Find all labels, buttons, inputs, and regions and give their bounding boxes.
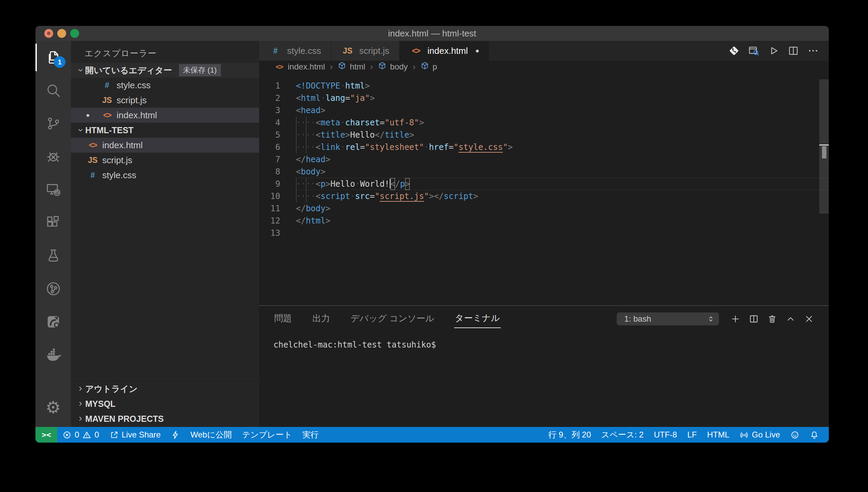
code-line-12[interactable]: 12</html> — [259, 215, 829, 227]
panel-tab-出力[interactable]: 出力 — [312, 310, 331, 328]
activity-item-explorer[interactable]: 1 — [35, 41, 71, 74]
code-line-11[interactable]: 11</body> — [259, 202, 829, 215]
code-line-5[interactable]: 5····<title>Hello</title> — [259, 129, 829, 141]
search-icon — [45, 82, 61, 98]
line-number: 4 — [259, 117, 280, 129]
breadcrumb-item-html[interactable]: html — [338, 61, 365, 72]
new-terminal-button[interactable] — [728, 311, 743, 326]
code-line-3[interactable]: 3<head> — [259, 104, 829, 117]
status-problems[interactable]: 00 — [57, 427, 104, 443]
run-button[interactable] — [766, 43, 781, 58]
file-item-index.html[interactable]: <>index.html — [71, 138, 259, 153]
kill-terminal-button[interactable] — [765, 311, 780, 326]
git-logo-button[interactable] — [727, 43, 742, 58]
tab-style.css[interactable]: #style.css — [259, 41, 331, 61]
code-line-1[interactable]: 1<!DOCTYPE·html> — [259, 80, 829, 92]
status-eol[interactable]: LF — [682, 427, 702, 443]
status-bolt[interactable] — [166, 427, 185, 443]
code-line-10[interactable]: 10····<script·src="script.js"></script> — [259, 190, 829, 202]
code-token: < — [316, 190, 320, 202]
editor-scrollbar[interactable] — [819, 79, 829, 214]
code-line-6[interactable]: 6····<link·rel="stylesheet"·href="style.… — [259, 141, 829, 153]
activity-item-extensions[interactable] — [35, 206, 71, 239]
section-アウトライン[interactable]: アウトライン — [71, 381, 259, 396]
code-token: · — [340, 141, 345, 153]
status-web-publish[interactable]: Webに公開 — [185, 427, 237, 443]
editor-group: #style.cssJSscript.js<>index.html● <>ind… — [259, 41, 829, 427]
remote-indicator[interactable]: >< — [35, 427, 57, 443]
section-MAVEN PROJECTS[interactable]: MAVEN PROJECTS — [71, 411, 259, 426]
panel-tab-問題[interactable]: 問題 — [273, 310, 293, 328]
tab-script.js[interactable]: JSscript.js — [331, 41, 400, 61]
code-line-9[interactable]: 9····<p>Hello·World!</p> — [259, 178, 829, 190]
activity-item-debug[interactable] — [35, 140, 71, 173]
open-preview-button[interactable] — [746, 43, 761, 58]
code-token: < — [316, 117, 320, 129]
status-encoding[interactable]: UTF-8 — [649, 427, 682, 443]
new-terminal-icon — [730, 314, 740, 324]
activity-item-git-graph[interactable] — [35, 272, 71, 305]
close-panel-button[interactable] — [802, 311, 817, 326]
tab-index.html[interactable]: <>index.html● — [400, 41, 490, 61]
activity-item-source-control[interactable] — [35, 107, 71, 140]
title-bar[interactable]: index.html — html-test — [35, 26, 829, 41]
more-actions-button[interactable] — [806, 43, 821, 58]
file-item-script.js[interactable]: JSscript.js — [71, 153, 259, 168]
code-token: < — [296, 104, 301, 117]
code-token: = — [345, 92, 350, 104]
tab-label: style.css — [287, 46, 321, 56]
code-token: lang — [326, 92, 345, 104]
activity-item-test[interactable] — [35, 239, 71, 272]
code-token: · — [340, 117, 345, 129]
status-indentation[interactable]: スペース: 2 — [596, 427, 649, 443]
status-template[interactable]: テンプレート — [237, 427, 297, 443]
code-token: link — [320, 141, 340, 153]
file-item-index.html[interactable]: ●<>index.html — [71, 108, 259, 123]
cube-icon — [338, 61, 346, 70]
folder-header[interactable]: HTML-TEST — [71, 123, 259, 138]
activity-item-live-share[interactable] — [35, 305, 71, 338]
activity-item-docker[interactable] — [35, 338, 71, 371]
status-language-mode[interactable]: HTML — [702, 427, 734, 443]
panel-tab-ターミナル[interactable]: ターミナル — [454, 310, 500, 328]
status-feedback[interactable] — [785, 427, 805, 443]
remote-icon: >< — [42, 430, 51, 439]
activity-item-settings[interactable]: ⚙ — [35, 393, 71, 422]
code-token: rel — [345, 141, 360, 153]
code-line-13[interactable]: 13 — [259, 227, 829, 239]
breadcrumb-item-body[interactable]: body — [378, 61, 408, 72]
status-go-live[interactable]: Go Live — [734, 427, 785, 443]
status-cursor-position[interactable]: 行 9、列 20 — [543, 427, 596, 443]
code-line-7[interactable]: 7</head> — [259, 153, 829, 166]
breadcrumb-item-index.html[interactable]: <>index.html — [274, 62, 325, 72]
panel-tab-デバッグ コンソール[interactable]: デバッグ コンソール — [350, 310, 435, 328]
status-left: >< 00Live ShareWebに公開テンプレート実行 — [35, 427, 324, 443]
line-content: <!DOCTYPE·html> — [296, 80, 829, 92]
status-live-share[interactable]: Live Share — [104, 427, 166, 443]
breadcrumb-label: html — [350, 62, 365, 72]
status-run[interactable]: 実行 — [297, 427, 324, 443]
activity-item-search[interactable] — [35, 74, 71, 107]
split-terminal-button[interactable] — [746, 311, 761, 326]
file-item-style.css[interactable]: #style.css — [71, 78, 259, 93]
status-notifications[interactable] — [805, 427, 824, 443]
code-line-8[interactable]: 8<body> — [259, 166, 829, 178]
dirty-dot-icon[interactable]: ● — [475, 47, 479, 55]
activity-item-remote-explorer[interactable] — [35, 173, 71, 206]
terminal-content[interactable]: chelchel-mac:html-test tatsuhiko$ — [259, 332, 829, 350]
maximize-panel-button[interactable] — [783, 311, 798, 326]
section-MYSQL[interactable]: MYSQL — [71, 396, 259, 411]
terminal-select[interactable]: 1: bash — [617, 312, 719, 325]
split-editor-button[interactable] — [786, 43, 801, 58]
code-line-4[interactable]: 4····<meta·charset="utf-8"> — [259, 117, 829, 129]
open-editors-header[interactable]: 開いているエディター 未保存 (1) — [71, 63, 259, 78]
file-item-style.css[interactable]: #style.css — [71, 168, 259, 183]
file-item-script.js[interactable]: JSscript.js — [71, 93, 259, 108]
code-editor[interactable]: 1<!DOCTYPE·html>2<html·lang="ja">3<head>… — [259, 73, 829, 305]
breadcrumb-item-p[interactable]: p — [420, 61, 437, 72]
code-line-2[interactable]: 2<html·lang="ja"> — [259, 92, 829, 104]
status-text: 0 — [94, 430, 99, 440]
code-token: = — [380, 117, 385, 129]
line-number: 13 — [259, 227, 280, 239]
code-token: ·· — [296, 178, 306, 190]
